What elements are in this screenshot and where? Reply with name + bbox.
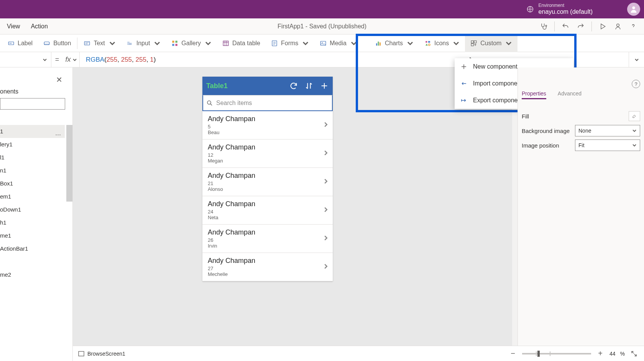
search-placeholder: Search items bbox=[216, 100, 252, 107]
app-preview: Table1 Search items Andy Champan5BeauAnd… bbox=[202, 77, 333, 281]
redo-icon bbox=[577, 23, 585, 30]
tree-item[interactable]: n1 bbox=[0, 164, 65, 177]
tree-item[interactable]: em1 bbox=[0, 190, 65, 203]
ribbon-media[interactable]: Media bbox=[314, 34, 363, 52]
ribbon-gallery[interactable]: Gallery bbox=[166, 34, 217, 52]
environment-block[interactable]: Environment enayu.com (default) bbox=[539, 3, 593, 15]
formula-expand-button[interactable] bbox=[629, 52, 644, 67]
charts-icon bbox=[375, 40, 382, 47]
redo-button[interactable] bbox=[574, 20, 588, 33]
svg-point-24 bbox=[429, 44, 430, 46]
sort-button[interactable] bbox=[304, 81, 314, 90]
custom-icon bbox=[470, 40, 477, 47]
chevron-down-icon bbox=[407, 40, 414, 47]
menu-view[interactable]: View bbox=[7, 23, 20, 30]
label-icon bbox=[8, 40, 15, 47]
list-item-line2: 21 bbox=[208, 180, 327, 186]
more-icon[interactable]: ⋯ bbox=[55, 128, 62, 141]
fit-screen-button[interactable] bbox=[629, 349, 639, 358]
ribbon-icons[interactable]: Icons bbox=[419, 34, 465, 52]
zoom-controls: − + 44 % bbox=[508, 349, 639, 358]
help-button[interactable] bbox=[626, 20, 640, 33]
panel-help-button[interactable]: ? bbox=[632, 80, 640, 88]
tree-search-input[interactable] bbox=[0, 98, 65, 110]
fx-button[interactable]: fx bbox=[63, 52, 80, 67]
chevron-right-icon bbox=[323, 178, 329, 186]
ribbon-custom[interactable]: Custom bbox=[465, 34, 518, 52]
tree-item[interactable] bbox=[0, 255, 65, 268]
ribbon-button[interactable]: Button bbox=[38, 34, 76, 52]
sort-icon bbox=[305, 82, 313, 90]
list-item[interactable]: Andy Champan24Neta bbox=[202, 196, 333, 225]
properties-panel: ? Properties Advanced Fill Background im… bbox=[518, 67, 644, 346]
tree-item[interactable]: Box1 bbox=[0, 177, 65, 190]
close-icon[interactable]: ✕ bbox=[56, 75, 62, 84]
tree-item[interactable]: l1 bbox=[0, 151, 65, 164]
tree-item[interactable]: me2 bbox=[0, 268, 65, 281]
list-item[interactable]: Andy Champan27Mechelle bbox=[202, 253, 333, 281]
gallery-icon bbox=[171, 40, 178, 47]
menu-action[interactable]: Action bbox=[31, 23, 48, 30]
zoom-slider[interactable] bbox=[522, 353, 591, 354]
search-row[interactable]: Search items bbox=[202, 95, 333, 111]
imgpos-select[interactable]: Fit bbox=[575, 139, 640, 151]
list-item-line2: 27 bbox=[208, 266, 327, 271]
tab-advanced[interactable]: Advanced bbox=[558, 90, 582, 99]
svg-rect-20 bbox=[378, 41, 379, 46]
avatar[interactable] bbox=[627, 3, 640, 16]
canvas-scrollbar[interactable] bbox=[512, 67, 518, 346]
tree-item[interactable]: oDown1 bbox=[0, 203, 65, 216]
undo-button[interactable] bbox=[559, 20, 572, 33]
tab-properties[interactable]: Properties bbox=[522, 90, 546, 99]
chevron-down-icon bbox=[302, 40, 309, 47]
refresh-button[interactable] bbox=[289, 81, 298, 90]
status-bar: BrowseScreen1 − + 44 % bbox=[73, 346, 644, 361]
tree-item[interactable]: ActionBar1 bbox=[0, 242, 65, 255]
text-icon bbox=[84, 40, 90, 47]
person-share-icon bbox=[614, 23, 622, 30]
ribbon-input[interactable]: Input bbox=[121, 34, 166, 52]
list-item-line3: Beau bbox=[208, 130, 327, 135]
breadcrumb[interactable]: BrowseScreen1 bbox=[78, 351, 125, 357]
zoom-out-button[interactable]: − bbox=[508, 349, 518, 358]
list-item[interactable]: Andy Champan5Beau bbox=[202, 111, 333, 139]
fill-reset-button[interactable] bbox=[629, 111, 640, 121]
export-icon bbox=[460, 97, 467, 104]
zoom-in-button[interactable]: + bbox=[596, 349, 605, 358]
plus-icon bbox=[460, 63, 467, 70]
tree-item[interactable]: h1 bbox=[0, 216, 65, 229]
ribbon-label[interactable]: Label bbox=[2, 34, 38, 52]
svg-point-22 bbox=[426, 41, 427, 43]
environment-label: Environment bbox=[539, 3, 593, 8]
list-item[interactable]: Andy Champan21Alonso bbox=[202, 168, 333, 196]
list-item-line3: Irvin bbox=[208, 243, 327, 249]
tree-item-selected[interactable]: 1 ⋯ bbox=[0, 125, 65, 138]
environment-icon bbox=[526, 5, 534, 13]
app-title: FirstApp1 - Saved (Unpublished) bbox=[278, 23, 366, 30]
chevron-right-icon bbox=[323, 235, 329, 243]
svg-rect-27 bbox=[472, 43, 474, 46]
icons-icon bbox=[424, 40, 431, 47]
paint-icon bbox=[632, 113, 637, 119]
share-button[interactable] bbox=[611, 20, 625, 33]
ribbon-charts[interactable]: Charts bbox=[370, 34, 419, 52]
bgimage-select[interactable]: None bbox=[575, 125, 640, 136]
chevron-right-icon bbox=[323, 207, 329, 214]
tree-scrollbar[interactable] bbox=[66, 125, 72, 202]
ribbon-forms[interactable]: Forms bbox=[266, 34, 314, 52]
list-item[interactable]: Andy Champan26Irvin bbox=[202, 225, 333, 253]
canvas[interactable]: Table1 Search items Andy Champan5BeauAnd… bbox=[73, 67, 518, 346]
ribbon-datatable[interactable]: Data table bbox=[217, 34, 266, 52]
play-button[interactable] bbox=[596, 20, 610, 33]
list-item-name: Andy Champan bbox=[208, 172, 327, 180]
property-selector[interactable] bbox=[0, 52, 51, 67]
app-checker-button[interactable] bbox=[537, 20, 550, 33]
svg-rect-23 bbox=[428, 41, 430, 43]
list-item[interactable]: Andy Champan12Megan bbox=[202, 139, 333, 168]
add-button[interactable] bbox=[320, 81, 329, 90]
properties-tabs: Properties Advanced bbox=[522, 90, 582, 99]
ribbon-text[interactable]: Text bbox=[78, 34, 121, 52]
list-item-line2: 12 bbox=[208, 152, 327, 158]
undo-icon bbox=[562, 23, 569, 30]
tree-item[interactable]: me1 bbox=[0, 229, 65, 242]
